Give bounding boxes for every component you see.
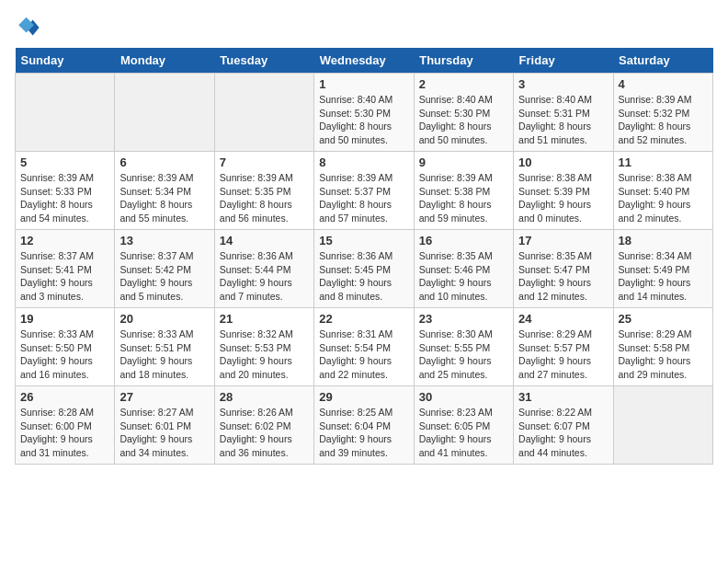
day-info: Sunrise: 8:29 AM Sunset: 5:57 PM Dayligh…	[518, 327, 608, 382]
day-number: 18	[619, 234, 708, 247]
day-info: Sunrise: 8:37 AM Sunset: 5:41 PM Dayligh…	[20, 249, 109, 304]
calendar-cell: 29Sunrise: 8:25 AM Sunset: 6:04 PM Dayli…	[314, 386, 414, 465]
day-number: 19	[20, 312, 109, 326]
day-number: 7	[220, 155, 309, 169]
calendar-cell	[613, 386, 712, 465]
day-header-tuesday: Tuesday	[214, 48, 313, 74]
day-info: Sunrise: 8:27 AM Sunset: 6:01 PM Dayligh…	[119, 406, 209, 460]
calendar-cell: 20Sunrise: 8:33 AM Sunset: 5:51 PM Dayli…	[115, 308, 214, 386]
week-row-1: 1Sunrise: 8:40 AM Sunset: 5:30 PM Daylig…	[16, 74, 713, 152]
day-info: Sunrise: 8:40 AM Sunset: 5:30 PM Dayligh…	[419, 93, 508, 147]
calendar-cell: 3Sunrise: 8:40 AM Sunset: 5:31 PM Daylig…	[514, 74, 613, 152]
calendar-cell	[115, 74, 214, 152]
calendar-cell: 24Sunrise: 8:29 AM Sunset: 5:57 PM Dayli…	[514, 308, 613, 386]
day-number: 31	[518, 390, 608, 404]
calendar-cell: 1Sunrise: 8:40 AM Sunset: 5:30 PM Daylig…	[314, 74, 414, 152]
day-number: 10	[518, 155, 608, 169]
calendar-cell: 13Sunrise: 8:37 AM Sunset: 5:42 PM Dayli…	[115, 230, 214, 308]
day-info: Sunrise: 8:35 AM Sunset: 5:47 PM Dayligh…	[518, 249, 608, 304]
header-row: SundayMondayTuesdayWednesdayThursdayFrid…	[16, 48, 713, 74]
calendar-cell: 27Sunrise: 8:27 AM Sunset: 6:01 PM Dayli…	[115, 386, 214, 465]
day-number: 6	[119, 155, 209, 169]
day-number: 3	[518, 77, 608, 91]
calendar-cell: 11Sunrise: 8:38 AM Sunset: 5:40 PM Dayli…	[613, 152, 712, 230]
day-info: Sunrise: 8:39 AM Sunset: 5:32 PM Dayligh…	[619, 93, 708, 147]
calendar-cell	[16, 74, 115, 152]
calendar-cell: 17Sunrise: 8:35 AM Sunset: 5:47 PM Dayli…	[514, 230, 613, 308]
day-number: 29	[319, 390, 408, 404]
calendar-cell: 4Sunrise: 8:39 AM Sunset: 5:32 PM Daylig…	[613, 74, 712, 152]
logo	[15, 15, 44, 40]
calendar-cell: 2Sunrise: 8:40 AM Sunset: 5:30 PM Daylig…	[414, 74, 513, 152]
day-header-thursday: Thursday	[414, 48, 513, 74]
calendar-cell: 19Sunrise: 8:33 AM Sunset: 5:50 PM Dayli…	[16, 308, 115, 386]
day-info: Sunrise: 8:25 AM Sunset: 6:04 PM Dayligh…	[319, 406, 408, 460]
day-number: 15	[319, 234, 408, 247]
calendar-cell: 28Sunrise: 8:26 AM Sunset: 6:02 PM Dayli…	[214, 386, 313, 465]
calendar-cell: 16Sunrise: 8:35 AM Sunset: 5:46 PM Dayli…	[414, 230, 513, 308]
day-number: 27	[119, 390, 209, 404]
day-info: Sunrise: 8:28 AM Sunset: 6:00 PM Dayligh…	[20, 406, 109, 460]
day-number: 28	[220, 390, 309, 404]
page-header	[15, 15, 713, 40]
calendar-cell: 18Sunrise: 8:34 AM Sunset: 5:49 PM Dayli…	[613, 230, 712, 308]
day-number: 22	[319, 312, 408, 326]
calendar-cell: 12Sunrise: 8:37 AM Sunset: 5:41 PM Dayli…	[16, 230, 115, 308]
calendar-cell: 22Sunrise: 8:31 AM Sunset: 5:54 PM Dayli…	[314, 308, 414, 386]
day-number: 23	[419, 312, 508, 326]
day-info: Sunrise: 8:39 AM Sunset: 5:38 PM Dayligh…	[419, 171, 508, 225]
calendar-cell: 10Sunrise: 8:38 AM Sunset: 5:39 PM Dayli…	[514, 152, 613, 230]
day-header-wednesday: Wednesday	[314, 48, 414, 74]
day-info: Sunrise: 8:31 AM Sunset: 5:54 PM Dayligh…	[319, 327, 408, 382]
calendar-cell: 8Sunrise: 8:39 AM Sunset: 5:37 PM Daylig…	[314, 152, 414, 230]
day-number: 16	[419, 234, 508, 247]
calendar-cell: 26Sunrise: 8:28 AM Sunset: 6:00 PM Dayli…	[16, 386, 115, 465]
day-info: Sunrise: 8:26 AM Sunset: 6:02 PM Dayligh…	[220, 406, 309, 460]
day-number: 2	[419, 77, 508, 91]
day-info: Sunrise: 8:39 AM Sunset: 5:33 PM Dayligh…	[20, 171, 109, 225]
day-info: Sunrise: 8:32 AM Sunset: 5:53 PM Dayligh…	[220, 327, 309, 382]
day-header-sunday: Sunday	[16, 48, 115, 74]
calendar-cell: 25Sunrise: 8:29 AM Sunset: 5:58 PM Dayli…	[613, 308, 712, 386]
day-info: Sunrise: 8:30 AM Sunset: 5:55 PM Dayligh…	[419, 327, 508, 382]
day-info: Sunrise: 8:37 AM Sunset: 5:42 PM Dayligh…	[119, 249, 209, 304]
day-info: Sunrise: 8:22 AM Sunset: 6:07 PM Dayligh…	[518, 406, 608, 460]
day-header-monday: Monday	[115, 48, 214, 74]
calendar-cell: 6Sunrise: 8:39 AM Sunset: 5:34 PM Daylig…	[115, 152, 214, 230]
day-number: 5	[20, 155, 109, 169]
calendar-cell: 31Sunrise: 8:22 AM Sunset: 6:07 PM Dayli…	[514, 386, 613, 465]
day-info: Sunrise: 8:33 AM Sunset: 5:51 PM Dayligh…	[119, 327, 209, 382]
day-number: 24	[518, 312, 608, 326]
day-number: 9	[419, 155, 508, 169]
day-info: Sunrise: 8:39 AM Sunset: 5:35 PM Dayligh…	[220, 171, 309, 225]
calendar-cell: 5Sunrise: 8:39 AM Sunset: 5:33 PM Daylig…	[16, 152, 115, 230]
logo-icon	[15, 15, 40, 40]
calendar-cell	[214, 74, 313, 152]
day-number: 4	[619, 77, 708, 91]
day-info: Sunrise: 8:23 AM Sunset: 6:05 PM Dayligh…	[419, 406, 508, 460]
calendar-table: SundayMondayTuesdayWednesdayThursdayFrid…	[15, 48, 713, 465]
calendar-cell: 15Sunrise: 8:36 AM Sunset: 5:45 PM Dayli…	[314, 230, 414, 308]
day-number: 13	[119, 234, 209, 247]
day-info: Sunrise: 8:39 AM Sunset: 5:34 PM Dayligh…	[119, 171, 209, 225]
calendar-cell: 7Sunrise: 8:39 AM Sunset: 5:35 PM Daylig…	[214, 152, 313, 230]
day-number: 20	[119, 312, 209, 326]
day-number: 1	[319, 77, 408, 91]
day-number: 21	[220, 312, 309, 326]
week-row-5: 26Sunrise: 8:28 AM Sunset: 6:00 PM Dayli…	[16, 386, 713, 465]
day-number: 11	[619, 155, 708, 169]
week-row-4: 19Sunrise: 8:33 AM Sunset: 5:50 PM Dayli…	[16, 308, 713, 386]
day-number: 17	[518, 234, 608, 247]
calendar-cell: 9Sunrise: 8:39 AM Sunset: 5:38 PM Daylig…	[414, 152, 513, 230]
day-info: Sunrise: 8:40 AM Sunset: 5:31 PM Dayligh…	[518, 93, 608, 147]
day-number: 25	[619, 312, 708, 326]
day-info: Sunrise: 8:33 AM Sunset: 5:50 PM Dayligh…	[20, 327, 109, 382]
day-info: Sunrise: 8:38 AM Sunset: 5:39 PM Dayligh…	[518, 171, 608, 225]
day-number: 12	[20, 234, 109, 247]
day-info: Sunrise: 8:39 AM Sunset: 5:37 PM Dayligh…	[319, 171, 408, 225]
week-row-2: 5Sunrise: 8:39 AM Sunset: 5:33 PM Daylig…	[16, 152, 713, 230]
day-info: Sunrise: 8:38 AM Sunset: 5:40 PM Dayligh…	[619, 171, 708, 225]
day-number: 26	[20, 390, 109, 404]
calendar-cell: 23Sunrise: 8:30 AM Sunset: 5:55 PM Dayli…	[414, 308, 513, 386]
day-info: Sunrise: 8:36 AM Sunset: 5:44 PM Dayligh…	[220, 249, 309, 304]
